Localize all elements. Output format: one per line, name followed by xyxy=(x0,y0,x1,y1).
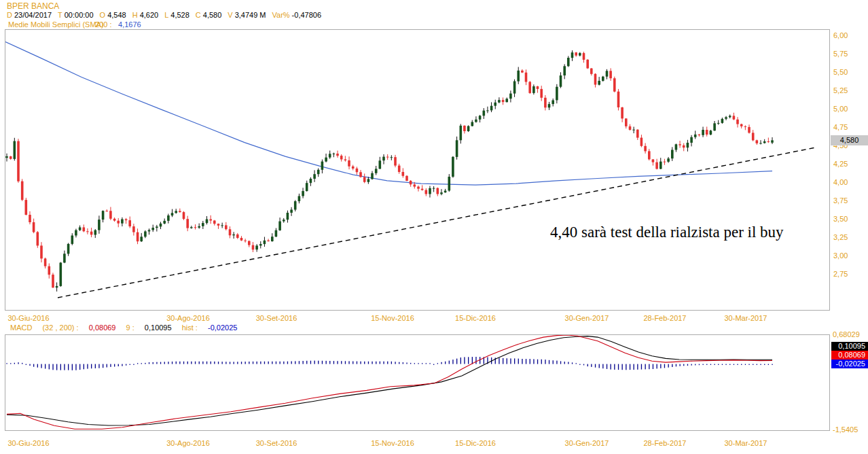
ohlc-field-key: T xyxy=(58,11,62,19)
ohlc-field-value: 4,528 xyxy=(170,11,189,19)
date-tick: 15-Dic-2016 xyxy=(445,314,506,322)
ohlc-field-c: C4,580 xyxy=(196,11,221,19)
date-tick: 30-Gen-2017 xyxy=(556,314,617,322)
macd-value-box: 0,08069 xyxy=(831,351,868,360)
macd-axis-max: 0,68029 xyxy=(833,330,860,338)
price-tick: 5,00 xyxy=(833,105,866,114)
ohlc-readout: D23/04/2017T00:00:00O4,548H4,620L4,528C4… xyxy=(7,11,321,19)
ohlc-field-value: 4,620 xyxy=(140,11,159,19)
ohlc-field-d: D23/04/2017 xyxy=(7,11,52,19)
date-tick: 15-Nov-2016 xyxy=(362,314,423,322)
symbol-title: BPER BANCA xyxy=(7,1,59,11)
macd-value-box: 0,10095 xyxy=(831,342,868,351)
price-tick: 6,00 xyxy=(833,31,866,40)
date-tick: 30-Giu-2016 xyxy=(0,439,59,447)
macd-hist-label: hist : xyxy=(182,324,198,332)
ohlc-field-key: H xyxy=(132,11,138,19)
date-tick: 30-Gen-2017 xyxy=(556,439,617,447)
date-tick: 28-Feb-2017 xyxy=(634,314,695,322)
date-tick: 15-Nov-2016 xyxy=(362,439,423,447)
ohlc-field-o: O4,548 xyxy=(100,11,126,19)
ohlc-field-v: V3,4749 M xyxy=(228,11,266,19)
ohlc-field-key: C xyxy=(196,11,201,19)
macd-value-box: -0,02025 xyxy=(831,360,868,368)
price-tick: 5,50 xyxy=(833,68,866,77)
last-price-label: 4,580 xyxy=(831,135,868,145)
ohlc-field-value: 23/04/2017 xyxy=(14,11,52,19)
macd-panel xyxy=(5,334,830,431)
price-tick: 5,25 xyxy=(833,86,866,95)
ohlc-field-value: 4,580 xyxy=(203,11,222,19)
date-tick: 30-Ago-2016 xyxy=(158,314,219,322)
macd-params: (32 , 200) : xyxy=(42,324,78,332)
price-tick: 4,25 xyxy=(833,160,866,169)
indicator-name: Medie Mobili Semplici (SMA) xyxy=(8,20,104,29)
price-tick: 2,75 xyxy=(833,270,866,279)
indicator-value: 4,1676 xyxy=(118,20,141,29)
date-tick: 30-Mar-2017 xyxy=(715,314,776,322)
date-tick: 30-Set-2016 xyxy=(246,439,307,447)
ohlc-field-key: D xyxy=(7,11,12,19)
macd-chart-canvas[interactable] xyxy=(5,335,829,430)
chart-annotation: 4,40 sarà test della rialzista per il bu… xyxy=(550,224,784,241)
ohlc-field-value: 00:00:00 xyxy=(65,11,94,19)
date-tick: 30-Set-2016 xyxy=(246,314,307,322)
price-tick: 3,75 xyxy=(833,196,866,205)
ohlc-field-key: O xyxy=(100,11,106,19)
ohlc-field-t: T00:00:00 xyxy=(58,11,94,19)
date-tick: 30-Mar-2017 xyxy=(715,439,776,447)
indicator-readout: Medie Mobili Semplici (SMA) 200 : 4,1676 xyxy=(8,20,280,29)
ohlc-field-h: H4,620 xyxy=(132,11,158,19)
date-tick: 30-Giu-2016 xyxy=(0,314,59,322)
price-chart-panel xyxy=(5,29,830,311)
macd-signal-value: 0,10095 xyxy=(145,324,172,332)
price-chart-canvas[interactable] xyxy=(5,30,829,310)
ohlc-field-l: L4,528 xyxy=(164,11,189,19)
macd-axis-min: -1,5405 xyxy=(833,425,858,434)
macd-value: 0,08069 xyxy=(89,324,116,332)
chart-window: BPER BANCA D23/04/2017T00:00:00O4,548H4,… xyxy=(0,0,868,454)
macd-hist-value: -0,02025 xyxy=(208,324,237,332)
date-tick: 15-Dic-2016 xyxy=(445,439,506,447)
macd-signal-label: 9 : xyxy=(126,324,134,332)
ohlc-field-key: Var% xyxy=(272,11,290,19)
ohlc-field-value: 3,4749 M xyxy=(235,11,266,19)
ohlc-field-key: V xyxy=(228,11,232,19)
price-tick: 3,50 xyxy=(833,215,866,224)
price-tick: 4,75 xyxy=(833,123,866,132)
price-tick: 4,00 xyxy=(833,178,866,187)
price-tick: 5,75 xyxy=(833,50,866,58)
ohlc-field-value: 4,548 xyxy=(107,11,126,19)
macd-legend: MACD (32 , 200) : 0,08069 9 : 0,10095 hi… xyxy=(10,324,245,332)
date-tick: 30-Ago-2016 xyxy=(158,439,219,447)
ohlc-field-var: Var%-0,47806 xyxy=(272,11,322,19)
ohlc-field-key: L xyxy=(164,11,168,19)
ohlc-field-value: -0,47806 xyxy=(292,11,321,19)
indicator-period: 200 : xyxy=(95,20,111,29)
macd-name: MACD xyxy=(10,324,32,332)
price-tick: 3,00 xyxy=(833,251,866,260)
date-tick: 28-Feb-2017 xyxy=(634,439,695,447)
price-tick: 3,25 xyxy=(833,233,866,242)
